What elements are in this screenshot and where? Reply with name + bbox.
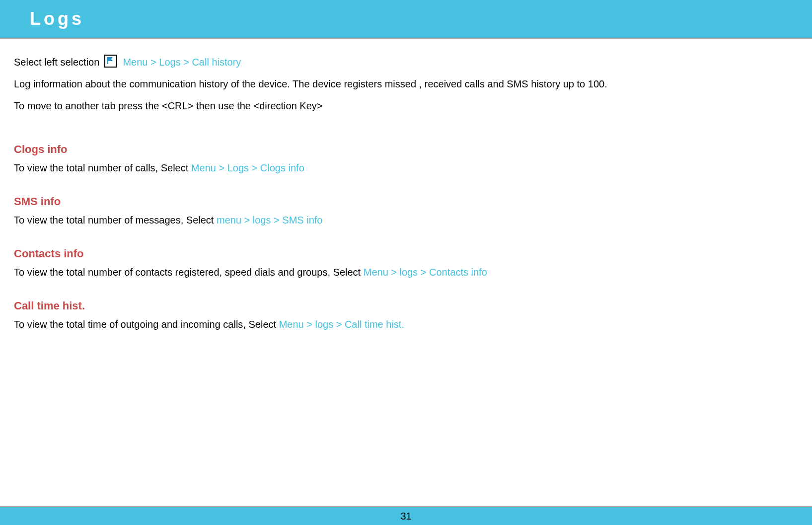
- body-clogs-info: To view the total number of calls, Selec…: [14, 160, 798, 175]
- intro-prefix: Select left selection: [14, 57, 102, 68]
- svg-rect-0: [107, 57, 108, 64]
- breadcrumb-call-time-hist: Menu > logs > Call time hist.: [279, 319, 404, 330]
- intro-paragraph-2: Log information about the communication …: [14, 76, 798, 91]
- body-call-time-hist: To view the total time of outgoing and i…: [14, 317, 798, 332]
- heading-contacts-info: Contacts info: [14, 245, 798, 262]
- page-number: 31: [0, 511, 812, 522]
- body-contacts-info: To view the total number of contacts reg…: [14, 265, 798, 280]
- body-sms-info: To view the total number of messages, Se…: [14, 213, 798, 227]
- breadcrumb-contacts-info: Menu > logs > Contacts info: [364, 267, 487, 278]
- calltime-body-prefix: To view the total time of outgoing and i…: [14, 319, 279, 330]
- breadcrumb-sms-info: menu > logs > SMS info: [217, 215, 322, 225]
- flag-icon: [104, 55, 117, 68]
- content-area: Select left selection Menu > Logs > Call…: [0, 39, 812, 332]
- contacts-body-prefix: To view the total number of contacts reg…: [14, 267, 364, 278]
- heading-clogs-info: Clogs info: [14, 141, 798, 157]
- heading-call-time-hist: Call time hist.: [14, 298, 798, 314]
- breadcrumb-clogs-info: Menu > Logs > Clogs info: [191, 162, 304, 173]
- document-page: Logs Select left selection Menu > Logs >…: [0, 0, 812, 525]
- intro-paragraph-1: Select left selection Menu > Logs > Call…: [14, 55, 798, 70]
- clogs-body-prefix: To view the total number of calls, Selec…: [14, 162, 191, 173]
- page-title: Logs: [30, 8, 84, 29]
- intro-paragraph-3: To move to another tab press the <CRL> t…: [14, 98, 798, 113]
- sms-body-prefix: To view the total number of messages, Se…: [14, 215, 217, 225]
- breadcrumb-call-history: Menu > Logs > Call history: [123, 57, 241, 68]
- header-band: Logs: [0, 0, 812, 39]
- heading-sms-info: SMS info: [14, 193, 798, 210]
